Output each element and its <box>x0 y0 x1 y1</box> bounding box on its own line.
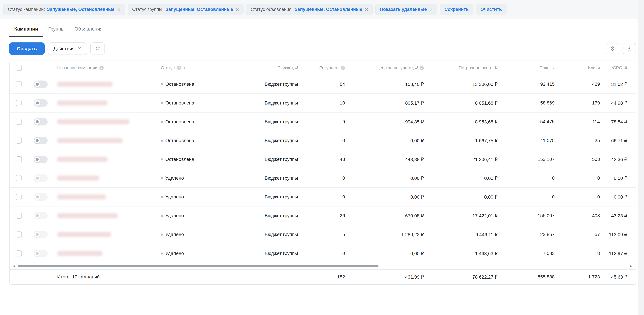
impressions-cell: 0 <box>498 176 554 181</box>
filter-chip-show-deleted[interactable]: Показать удалённые × <box>375 4 437 15</box>
filter-chip-value: Запущенные, Остановленные <box>47 7 114 12</box>
save-filters-button[interactable]: Сохранить <box>440 4 473 15</box>
campaign-status-cell: Остановлена <box>159 100 260 106</box>
clicks-cell: 0 <box>554 194 600 200</box>
horizontal-scrollbar-thumb[interactable] <box>18 265 378 267</box>
tab-ads[interactable]: Объявления <box>70 24 108 37</box>
column-header-result[interactable]: Результат? <box>298 65 345 70</box>
close-icon[interactable]: × <box>236 7 239 12</box>
horizontal-scrollbar-track[interactable] <box>17 265 628 267</box>
campaign-status-cell: Остановлена <box>159 119 260 124</box>
actions-dropdown-label: Действия <box>53 46 75 52</box>
budget-cell: Бюджет группы <box>260 82 298 87</box>
spent-total-cell: 17 422,01 ₽ <box>424 213 498 218</box>
row-checkbox[interactable] <box>16 213 22 219</box>
tab-campaigns[interactable]: Кампании <box>9 24 43 37</box>
campaign-toggle[interactable] <box>34 193 48 200</box>
campaign-status-cell: Удалено <box>159 251 260 256</box>
row-checkbox[interactable] <box>16 100 22 106</box>
close-icon[interactable]: × <box>117 7 120 12</box>
campaign-toggle[interactable] <box>34 137 48 144</box>
row-checkbox[interactable] <box>16 119 22 125</box>
gear-icon: ⚙ <box>610 46 615 52</box>
status-text: Остановлена <box>165 138 194 143</box>
column-header-status[interactable]: Статус ? ↓ <box>159 65 260 70</box>
campaign-name-cell[interactable] <box>53 100 159 106</box>
row-checkbox[interactable] <box>16 156 22 162</box>
table-body: Остановлена Бюджет группы 84 158,40 ₽ 13… <box>10 75 636 263</box>
row-checkbox[interactable] <box>16 138 22 144</box>
result-cell: 0 <box>298 194 345 200</box>
horizontal-scrollbar[interactable]: ◄ ► <box>10 263 636 270</box>
clicks-cell: 403 <box>554 213 600 218</box>
row-checkbox[interactable] <box>16 194 22 200</box>
refresh-button[interactable] <box>90 42 105 55</box>
spent-total-cell: 1 667,75 ₽ <box>424 138 498 144</box>
campaign-name-cell[interactable] <box>53 251 159 256</box>
campaign-toggle[interactable] <box>34 212 48 220</box>
toggle-knob <box>34 119 40 124</box>
column-header-cpr[interactable]: Цена за результат, ₽? <box>345 65 424 70</box>
column-header-clicks[interactable]: Клики <box>554 65 600 70</box>
campaign-name-cell[interactable] <box>53 82 159 87</box>
info-icon[interactable]: ? <box>420 66 424 70</box>
filter-chip-campaign-status[interactable]: Статус кампании: Запущенные, Остановленн… <box>3 4 125 15</box>
column-header-name[interactable]: Название кампании ? <box>53 65 159 70</box>
campaign-name-cell[interactable] <box>53 119 159 124</box>
row-checkbox[interactable] <box>16 175 22 181</box>
row-toggle-cell <box>28 118 53 126</box>
column-header-budget[interactable]: Бюджет, ₽ <box>260 65 298 70</box>
campaign-name-cell[interactable] <box>53 138 159 143</box>
campaign-toggle[interactable] <box>34 156 48 163</box>
scroll-right-icon[interactable]: ► <box>628 265 634 268</box>
impressions-cell: 92 415 <box>498 82 554 87</box>
column-header-spent[interactable]: Потрачено всего, ₽ <box>424 65 498 70</box>
vertical-scrollbar[interactable] <box>638 0 644 315</box>
row-checkbox[interactable] <box>16 232 22 238</box>
info-icon[interactable]: ? <box>177 66 181 70</box>
row-checkbox[interactable] <box>16 250 22 256</box>
clear-filters-button[interactable]: Очистить <box>476 4 506 15</box>
campaigns-table: Название кампании ? Статус ? ↓ Бюджет, ₽… <box>9 60 636 285</box>
cost-per-result-cell: 0,00 ₽ <box>345 194 424 200</box>
filter-chip-ad-status[interactable]: Статус объявления: Запущенные, Остановле… <box>246 4 373 15</box>
spent-total-cell: 6 446,11 ₽ <box>424 232 498 237</box>
row-checkbox-cell <box>10 138 28 144</box>
close-icon[interactable]: × <box>365 7 368 12</box>
ecpc-cell: 78,54 ₽ <box>600 119 636 124</box>
column-header-impressions[interactable]: Показы <box>498 65 554 70</box>
campaign-name-cell[interactable] <box>53 232 159 237</box>
campaign-toggle[interactable] <box>34 118 48 126</box>
cost-per-result-cell: 0,00 ₽ <box>345 251 424 256</box>
campaign-name-cell[interactable] <box>53 213 159 218</box>
table-row: Удалено Бюджет группы 0 0,00 ₽ 0,00 ₽ 0 … <box>10 188 636 206</box>
campaign-toggle[interactable] <box>34 250 48 257</box>
actions-dropdown-button[interactable]: Действия <box>48 42 87 55</box>
select-all-checkbox[interactable] <box>16 65 22 71</box>
campaign-toggle[interactable] <box>34 80 48 88</box>
info-icon[interactable]: ? <box>100 66 104 70</box>
campaign-name-cell[interactable] <box>53 176 159 181</box>
table-settings-button[interactable]: ⚙ <box>606 43 619 54</box>
scroll-left-icon[interactable]: ◄ <box>10 265 17 268</box>
budget-cell: Бюджет группы <box>260 119 298 124</box>
campaign-toggle[interactable] <box>34 231 48 238</box>
campaign-name-cell[interactable] <box>53 157 159 162</box>
info-icon[interactable]: ? <box>341 66 345 70</box>
table-row: Удалено Бюджет группы 26 670,08 ₽ 17 422… <box>10 206 636 225</box>
row-toggle-cell <box>28 212 53 220</box>
close-icon[interactable]: × <box>430 7 433 12</box>
campaign-name-cell[interactable] <box>53 194 159 200</box>
budget-cell: Бюджет группы <box>260 138 298 143</box>
tab-groups[interactable]: Группы <box>43 24 70 37</box>
campaign-toggle[interactable] <box>34 174 48 182</box>
impressions-cell: 153 107 <box>498 157 554 162</box>
budget-cell: Бюджет группы <box>260 213 298 218</box>
row-checkbox[interactable] <box>16 81 22 87</box>
create-button[interactable]: Создать <box>9 42 44 55</box>
filter-chip-group-status[interactable]: Статус группы: Запущенные, Остановленные… <box>128 4 244 15</box>
ecpc-cell: 31,02 ₽ <box>600 82 636 87</box>
column-header-ecpc[interactable]: eCPC, ₽ <box>600 65 636 70</box>
export-button[interactable] <box>622 43 636 54</box>
campaign-toggle[interactable] <box>34 99 48 107</box>
